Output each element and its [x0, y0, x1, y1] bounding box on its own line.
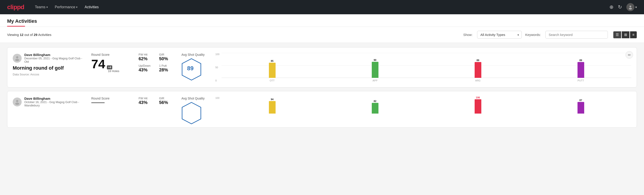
stat-fw-hit-value: 62%	[138, 56, 154, 61]
activity-type-select[interactable]: All Activity Types	[477, 31, 522, 38]
bar-group-ott: 85	[222, 60, 323, 78]
bar-arg	[475, 62, 481, 78]
stat-1putt: 1 Putt 28%	[159, 64, 174, 72]
bar-value-ott-2: 94	[271, 98, 273, 100]
grid-view-button[interactable]: ⊞	[622, 31, 630, 38]
user-name-2: Dave Billingham	[24, 96, 84, 100]
hexagon-value: 89	[187, 65, 194, 72]
shot-quality-hexagon-2	[182, 102, 199, 122]
stat-gir-2: GIR 56%	[159, 96, 174, 105]
edit-icon: ✏	[628, 53, 631, 57]
x-labels: OTT APP ARG PUTT	[222, 79, 631, 82]
bar-group-arg-2: 106	[427, 96, 528, 114]
chart-section-2: 100 94 82 106 87	[215, 96, 631, 114]
user-row-2: Dave Billingham October 16, 2021 - Gog M…	[13, 96, 84, 107]
x-label-arg: ARG	[427, 79, 528, 82]
navbar: clippd Teams ▾ Performance ▾ Activities …	[0, 0, 644, 14]
stat-gir: GIR 50%	[159, 53, 174, 61]
score-number: 74	[91, 58, 105, 70]
grid-view-icon: ⊞	[624, 33, 627, 36]
teams-chevron-icon: ▾	[46, 6, 48, 9]
bar-group-putt-2: 87	[530, 99, 631, 114]
bar-app-2	[372, 103, 378, 114]
score-label-2: Round Score	[91, 96, 132, 100]
list-view-button[interactable]: ☰	[613, 31, 621, 38]
stat-fw-hit-label-2: FW Hit	[138, 96, 154, 100]
bar-putt-2	[578, 102, 584, 114]
bar-ott-2	[269, 101, 276, 114]
performance-chevron-icon: ▾	[76, 6, 78, 9]
shot-quality-hexagon: 89	[182, 58, 199, 78]
stat-updown: Up/Down 43%	[138, 64, 154, 72]
search-input[interactable]	[545, 31, 608, 38]
user-avatar-button[interactable]: ▾	[626, 3, 637, 11]
bar-ott	[269, 63, 276, 78]
bar-group-putt: 89	[530, 59, 631, 78]
quality-section-2: Avg Shot Quality	[182, 96, 208, 122]
activity-date-2: October 16, 2021 - Gog Magog Golf Club -…	[24, 100, 84, 107]
bar-group-ott-2: 94	[222, 98, 323, 114]
bar-group-app: 90	[324, 59, 426, 78]
avatar-2	[13, 98, 22, 106]
compact-view-icon: ≡	[632, 33, 634, 36]
keywords-label: Keywords:	[525, 33, 541, 36]
user-info: Dave Billingham December 05, 2021 - Gog …	[24, 53, 84, 63]
user-row: Dave Billingham December 05, 2021 - Gog …	[13, 53, 84, 63]
activity-card: Dave Billingham December 05, 2021 - Gog …	[7, 47, 637, 88]
bar-value-arg-2: 106	[476, 96, 480, 99]
activity-title: Morning round of golf	[13, 65, 84, 71]
page-header: My Activities	[0, 14, 644, 27]
brand-logo[interactable]: clippd	[7, 4, 24, 11]
viewing-count-text: Viewing 12 out of 29 Activities	[7, 33, 460, 36]
svg-point-5	[16, 100, 18, 102]
bar-arg-2	[475, 99, 481, 114]
svg-point-1	[629, 8, 632, 10]
nav-icons: ⊕ ↻ ▾	[610, 3, 637, 11]
quality-label: Avg Shot Quality	[182, 53, 205, 56]
nav-item-activities[interactable]: Activities	[84, 3, 99, 11]
user-name: Dave Billingham	[24, 53, 84, 57]
chart-area-2: 100 94 82 106 87	[215, 96, 631, 114]
bar-value-app: 90	[374, 59, 376, 61]
nav-item-teams[interactable]: Teams ▾	[35, 3, 48, 11]
svg-point-6	[15, 103, 19, 105]
page-title: My Activities	[7, 14, 37, 24]
score-section-2: Round Score	[91, 96, 132, 103]
bars-container: 85 90 89 89	[215, 53, 631, 82]
hexagon-wrapper-2	[182, 102, 199, 122]
filter-bar: Viewing 12 out of 29 Activities Show: Al…	[0, 27, 644, 43]
nav-performance-label: Performance	[55, 5, 76, 9]
edit-button[interactable]: ✏	[626, 51, 633, 59]
refresh-icon[interactable]: ↻	[618, 4, 622, 10]
svg-point-3	[15, 59, 19, 61]
bar-group-app-2: 82	[324, 100, 426, 114]
view-toggle: ☰ ⊞ ≡	[613, 31, 637, 38]
card-left-2: Dave Billingham October 16, 2021 - Gog M…	[13, 96, 84, 109]
user-info-2: Dave Billingham October 16, 2021 - Gog M…	[24, 96, 84, 107]
compact-view-button[interactable]: ≡	[630, 31, 637, 38]
stat-gir-label: GIR	[159, 53, 174, 56]
bar-putt	[578, 62, 584, 78]
stat-gir-value: 50%	[159, 56, 174, 61]
score-placeholder	[91, 102, 105, 103]
stat-fw-hit-label: FW Hit	[138, 53, 154, 56]
card-left: Dave Billingham December 05, 2021 - Gog …	[13, 53, 84, 76]
bar-value-app-2: 82	[374, 100, 376, 102]
data-source: Data Source: Arccos	[13, 73, 84, 76]
bars-container-2: 94 82 106 87	[215, 96, 631, 114]
nav-teams-label: Teams	[35, 5, 45, 9]
stat-fw-hit-2: FW Hit 43%	[138, 96, 154, 105]
add-icon[interactable]: ⊕	[610, 4, 614, 10]
activity-date: December 05, 2021 - Gog Magog Golf Club …	[24, 57, 84, 63]
bar-app	[372, 62, 378, 78]
nav-item-performance[interactable]: Performance ▾	[55, 3, 78, 11]
stat-updown-value: 43%	[138, 68, 154, 72]
bar-value-ott: 85	[271, 60, 273, 62]
score-section: Round Score 74 +4 18 Holes	[91, 53, 132, 73]
x-label-app: APP	[324, 79, 426, 82]
x-label-ott: OTT	[222, 79, 323, 82]
viewing-total: 29	[34, 33, 38, 36]
avatar-chevron-icon: ▾	[635, 5, 637, 9]
page-title-underline	[7, 26, 25, 26]
show-label: Show:	[463, 33, 472, 36]
